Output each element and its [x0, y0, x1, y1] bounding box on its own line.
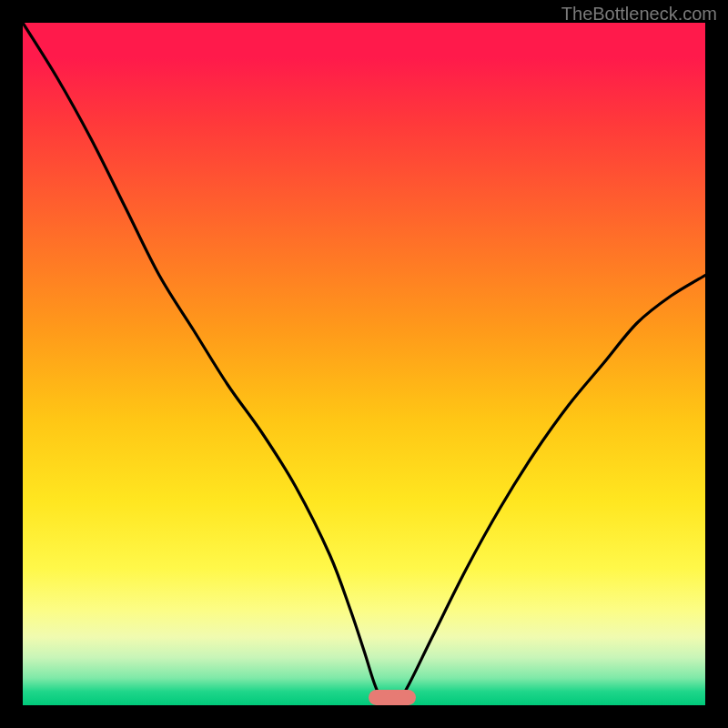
bottleneck-curve [23, 23, 705, 705]
chart-frame: TheBottleneck.com [0, 0, 728, 728]
plot-area [23, 23, 705, 705]
optimum-marker [369, 690, 416, 705]
watermark-text: TheBottleneck.com [561, 4, 717, 25]
